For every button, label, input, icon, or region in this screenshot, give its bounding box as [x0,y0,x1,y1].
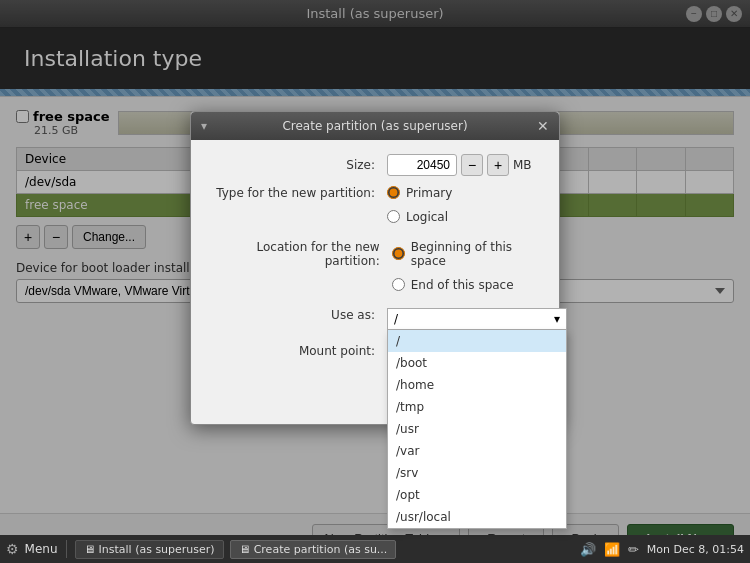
dropdown-item-var[interactable]: /var [388,440,566,462]
use-as-select-display[interactable]: / ▾ [387,308,567,330]
radio-beginning-row: Beginning of this space [392,240,543,268]
taskbar: ⚙ Menu 🖥 Install (as superuser) 🖥 Create… [0,535,750,563]
radio-logical[interactable] [387,210,400,223]
size-increase-button[interactable]: + [487,154,509,176]
dropdown-item-usr-local[interactable]: /usr/local [388,506,566,528]
location-options: Beginning of this space End of this spac… [392,240,543,298]
use-as-dropdown-list: / /boot /home /tmp /usr /var /srv /opt /… [387,330,567,529]
size-label: Size: [207,158,387,172]
radio-logical-row: Logical [387,210,452,224]
use-as-arrow-icon: ▾ [554,312,560,326]
taskbar-install-window[interactable]: 🖥 Install (as superuser) [75,540,224,559]
radio-primary[interactable] [387,186,400,199]
dropdown-item-home[interactable]: /home [388,374,566,396]
menu-label[interactable]: Menu [25,542,58,556]
taskbar-window2-icon: 🖥 [239,543,250,556]
use-as-value: / [394,312,398,326]
dropdown-item-opt[interactable]: /opt [388,484,566,506]
dialog-body: Size: − + MB Type for the new partition:… [191,140,559,378]
location-label: Location for the new partition: [207,240,392,268]
type-row: Type for the new partition: Primary Logi… [207,186,543,230]
taskbar-create-partition-window[interactable]: 🖥 Create partition (as su... [230,540,397,559]
mount-point-label: Mount point: [207,344,387,358]
dialog-title: Create partition (as superuser) [213,119,537,133]
dropdown-item-tmp[interactable]: /tmp [388,396,566,418]
radio-beginning-label: Beginning of this space [411,240,543,268]
dialog-titlebar: ▾ Create partition (as superuser) ✕ [191,112,559,140]
taskbar-time: Mon Dec 8, 01:54 [647,543,744,556]
use-as-dropdown: / ▾ / /boot /home /tmp /usr /var /srv [387,308,567,330]
dropdown-item-boot[interactable]: /boot [388,352,566,374]
network-icon[interactable]: 📶 [604,542,620,557]
type-label: Type for the new partition: [207,186,387,200]
volume-icon[interactable]: 🔊 [580,542,596,557]
dialog-title-icon: ▾ [201,119,207,133]
create-partition-dialog: ▾ Create partition (as superuser) ✕ Size… [190,111,560,425]
type-options: Primary Logical [387,186,452,230]
radio-primary-row: Primary [387,186,452,200]
pen-icon: ✏ [628,542,639,557]
modal-overlay: ▾ Create partition (as superuser) ✕ Size… [0,0,750,535]
radio-beginning[interactable] [392,247,405,260]
size-unit: MB [513,158,532,172]
size-row: Size: − + MB [207,154,543,176]
radio-end-label: End of this space [411,278,514,292]
dropdown-item-usr[interactable]: /usr [388,418,566,440]
use-as-label: Use as: [207,308,387,322]
location-row: Location for the new partition: Beginnin… [207,240,543,298]
taskbar-window1-icon: 🖥 [84,543,95,556]
taskbar-window1-label: Install (as superuser) [99,543,215,556]
taskbar-divider [66,540,67,558]
size-decrease-button[interactable]: − [461,154,483,176]
dialog-close-button[interactable]: ✕ [537,118,549,134]
taskbar-right: 🔊 📶 ✏ Mon Dec 8, 01:54 [580,542,744,557]
use-as-row: Use as: / ▾ / /boot /home /tmp [207,308,543,330]
settings-icon[interactable]: ⚙ [6,541,19,557]
radio-end-row: End of this space [392,278,543,292]
dropdown-item-srv[interactable]: /srv [388,462,566,484]
radio-end[interactable] [392,278,405,291]
taskbar-window2-label: Create partition (as su... [254,543,388,556]
radio-logical-label: Logical [406,210,448,224]
radio-primary-label: Primary [406,186,452,200]
size-input[interactable] [387,154,457,176]
use-as-control: / ▾ / /boot /home /tmp /usr /var /srv [387,308,567,330]
dropdown-item-root[interactable]: / [388,330,566,352]
size-control: − + MB [387,154,543,176]
